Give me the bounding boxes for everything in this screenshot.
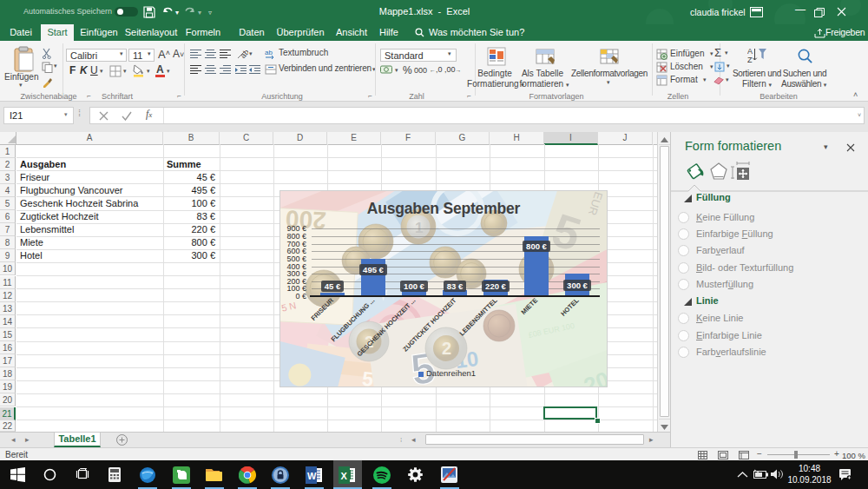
- svg-text:ab: ab: [239, 48, 248, 60]
- svg-text:W: W: [307, 471, 317, 481]
- svg-text:A: A: [747, 47, 753, 56]
- svg-text:X: X: [341, 471, 348, 481]
- svg-text:ab: ab: [265, 49, 273, 56]
- svg-text:Z: Z: [747, 56, 753, 63]
